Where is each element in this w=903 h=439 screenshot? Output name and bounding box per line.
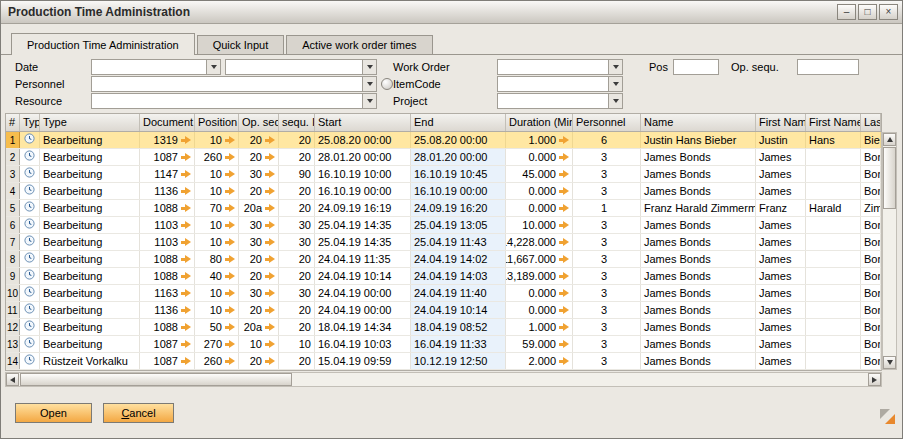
link-arrow-icon[interactable] xyxy=(225,187,235,196)
table-row[interactable]: 14Rüstzeit Vorkalku1087260202015.04.19 0… xyxy=(6,353,881,370)
scroll-right-icon[interactable] xyxy=(868,373,881,386)
link-arrow-icon[interactable] xyxy=(225,357,235,366)
link-arrow-icon[interactable] xyxy=(265,357,275,366)
link-arrow-icon[interactable] xyxy=(559,187,569,196)
pos-input[interactable] xyxy=(673,59,719,75)
link-arrow-icon[interactable] xyxy=(225,306,235,315)
column-header-end[interactable]: End xyxy=(411,114,506,131)
op-sequ-input[interactable] xyxy=(797,59,859,75)
row-number[interactable]: 1 xyxy=(6,132,20,148)
link-arrow-icon[interactable] xyxy=(181,238,191,247)
tab-active-work-order-times[interactable]: Active work order times xyxy=(286,35,432,54)
scroll-up-icon[interactable] xyxy=(883,133,896,146)
table-row[interactable]: 7Bearbeitung110310303025.04.19 14:3525.0… xyxy=(6,234,881,251)
row-number[interactable]: 4 xyxy=(6,183,20,199)
link-arrow-icon[interactable] xyxy=(265,323,275,332)
link-arrow-icon[interactable] xyxy=(225,340,235,349)
column-header-first-name[interactable]: First Name xyxy=(756,114,806,131)
link-arrow-icon[interactable] xyxy=(181,170,191,179)
link-arrow-icon[interactable] xyxy=(225,204,235,213)
scroll-left-icon[interactable] xyxy=(6,373,19,386)
personnel-dropdown-icon[interactable] xyxy=(362,77,376,91)
link-arrow-icon[interactable] xyxy=(225,255,235,264)
tab-production-time-administration[interactable]: Production Time Administration xyxy=(11,33,195,55)
row-number[interactable]: 6 xyxy=(6,217,20,233)
link-arrow-icon[interactable] xyxy=(225,238,235,247)
link-arrow-icon[interactable] xyxy=(559,170,569,179)
link-arrow-icon[interactable] xyxy=(559,221,569,230)
table-row[interactable]: 6Bearbeitung110310303025.04.19 14:3525.0… xyxy=(6,217,881,234)
link-arrow-icon[interactable] xyxy=(265,221,275,230)
title-bar[interactable]: Production Time Administration – □ × xyxy=(1,1,902,24)
column-header-row-number[interactable]: # xyxy=(6,114,20,131)
row-number[interactable]: 11 xyxy=(6,302,20,318)
column-header-position[interactable]: Position xyxy=(195,114,239,131)
table-row[interactable]: 11Bearbeitung113610202024.04.19 00:0024.… xyxy=(6,302,881,319)
horizontal-scroll-thumb[interactable] xyxy=(20,373,292,386)
link-arrow-icon[interactable] xyxy=(265,255,275,264)
vertical-scrollbar[interactable] xyxy=(882,132,897,370)
link-arrow-icon[interactable] xyxy=(265,170,275,179)
column-header-op-sequ[interactable]: Op. sequ. xyxy=(239,114,279,131)
work-order-dropdown-icon[interactable] xyxy=(608,60,622,74)
link-arrow-icon[interactable] xyxy=(181,204,191,213)
link-arrow-icon[interactable] xyxy=(559,289,569,298)
link-arrow-icon[interactable] xyxy=(225,289,235,298)
link-arrow-icon[interactable] xyxy=(265,187,275,196)
resource-combobox[interactable] xyxy=(91,93,377,109)
date-from-combobox[interactable] xyxy=(91,59,221,75)
link-arrow-icon[interactable] xyxy=(265,204,275,213)
link-arrow-icon[interactable] xyxy=(181,136,191,145)
table-row[interactable]: 9Bearbeitung108840202024.04.19 10:1424.0… xyxy=(6,268,881,285)
date-to-dropdown-icon[interactable] xyxy=(362,60,376,74)
tab-quick-input[interactable]: Quick Input xyxy=(197,35,285,54)
table-row[interactable]: 12Bearbeitung10885020a2018.04.19 14:3418… xyxy=(6,319,881,336)
table-row[interactable]: 1Bearbeitung131910202025.08.20 00:0025.0… xyxy=(6,132,881,149)
link-arrow-icon[interactable] xyxy=(225,272,235,281)
resource-dropdown-icon[interactable] xyxy=(362,94,376,108)
link-arrow-icon[interactable] xyxy=(181,221,191,230)
link-arrow-icon[interactable] xyxy=(265,238,275,247)
vertical-scroll-thumb[interactable] xyxy=(883,147,896,209)
link-arrow-icon[interactable] xyxy=(225,221,235,230)
link-arrow-icon[interactable] xyxy=(181,357,191,366)
link-arrow-icon[interactable] xyxy=(225,153,235,162)
link-arrow-icon[interactable] xyxy=(181,323,191,332)
link-arrow-icon[interactable] xyxy=(559,204,569,213)
link-arrow-icon[interactable] xyxy=(559,272,569,281)
link-arrow-icon[interactable] xyxy=(559,306,569,315)
table-row[interactable]: 5Bearbeitung10887020a2024.09.19 16:1924.… xyxy=(6,200,881,217)
column-header-last-name[interactable]: Last Name xyxy=(861,114,881,131)
row-number[interactable]: 2 xyxy=(6,149,20,165)
row-number[interactable]: 10 xyxy=(6,285,20,301)
link-arrow-icon[interactable] xyxy=(559,153,569,162)
row-number[interactable]: 9 xyxy=(6,268,20,284)
link-arrow-icon[interactable] xyxy=(181,306,191,315)
personnel-combobox[interactable] xyxy=(91,76,377,92)
link-arrow-icon[interactable] xyxy=(181,272,191,281)
row-number[interactable]: 13 xyxy=(6,336,20,352)
column-header-first-name-2[interactable]: First Name 2 xyxy=(806,114,861,131)
row-number[interactable]: 7 xyxy=(6,234,20,250)
row-number[interactable]: 3 xyxy=(6,166,20,182)
link-arrow-icon[interactable] xyxy=(265,289,275,298)
choose-from-list-icon[interactable] xyxy=(381,78,393,90)
column-header-typ[interactable]: Typ xyxy=(20,114,40,131)
column-header-personnel[interactable]: Personnel xyxy=(573,114,641,131)
open-button[interactable]: Open xyxy=(15,403,92,423)
link-arrow-icon[interactable] xyxy=(265,306,275,315)
horizontal-scrollbar[interactable] xyxy=(5,372,882,387)
minimize-button[interactable]: – xyxy=(837,4,856,20)
item-code-combobox[interactable] xyxy=(497,76,623,92)
table-row[interactable]: 2Bearbeitung1087260202028.01.20 00:0028.… xyxy=(6,149,881,166)
table-row[interactable]: 8Bearbeitung108880202024.04.19 11:3524.0… xyxy=(6,251,881,268)
table-row[interactable]: 10Bearbeitung116310303024.04.19 00:0024.… xyxy=(6,285,881,302)
link-arrow-icon[interactable] xyxy=(181,153,191,162)
link-arrow-icon[interactable] xyxy=(559,323,569,332)
link-arrow-icon[interactable] xyxy=(559,238,569,247)
row-number[interactable]: 5 xyxy=(6,200,20,216)
column-header-type[interactable]: Type xyxy=(40,114,140,131)
row-number[interactable]: 12 xyxy=(6,319,20,335)
column-header-start[interactable]: Start xyxy=(315,114,411,131)
link-arrow-icon[interactable] xyxy=(559,136,569,145)
